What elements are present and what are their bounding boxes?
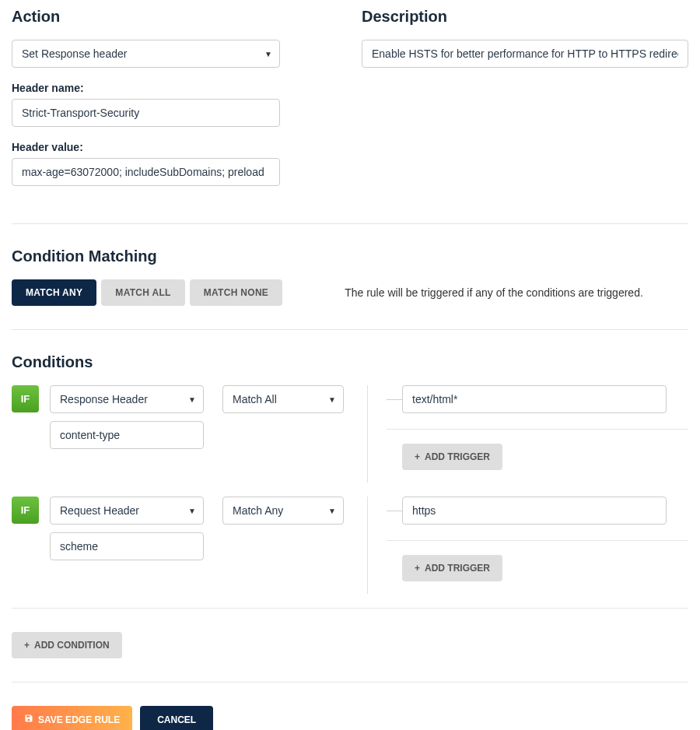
- trigger-value-input[interactable]: [402, 385, 667, 413]
- action-description-row: Action Set Response header ▼ Header name…: [12, 8, 688, 200]
- header-value-label: Header value:: [12, 141, 280, 153]
- add-trigger-button[interactable]: + ADD TRIGGER: [402, 444, 502, 470]
- save-edge-rule-button[interactable]: SAVE EDGE RULE: [12, 706, 132, 730]
- save-label: SAVE EDGE RULE: [38, 714, 120, 725]
- action-column: Action Set Response header ▼ Header name…: [12, 8, 338, 200]
- if-badge: IF: [12, 497, 39, 524]
- match-any-button[interactable]: MATCH ANY: [12, 279, 96, 306]
- match-all-button[interactable]: MATCH ALL: [101, 279, 184, 306]
- add-trigger-wrap: + ADD TRIGGER: [387, 555, 688, 581]
- description-group: [362, 40, 688, 68]
- vertical-divider: [367, 497, 368, 594]
- divider: [387, 540, 688, 541]
- match-none-button[interactable]: MATCH NONE: [190, 279, 282, 306]
- trigger-row: [387, 385, 688, 413]
- condition-selects-row: Request Header ▼ Match Any ▼: [50, 497, 345, 525]
- plus-icon: +: [24, 640, 30, 651]
- condition-matching-desc: The rule will be triggered if any of the…: [345, 286, 643, 299]
- header-name-label: Header name:: [12, 82, 280, 94]
- match-select-wrap: Match Any ▼: [222, 497, 344, 525]
- if-badge: IF: [12, 385, 39, 412]
- match-select-wrap: Match All ▼: [222, 385, 344, 413]
- trigger-connector-line: [387, 511, 402, 511]
- condition-param-input[interactable]: [50, 532, 204, 560]
- header-name-input[interactable]: [12, 99, 280, 127]
- divider: [12, 329, 688, 330]
- condition-param-input[interactable]: [50, 421, 204, 449]
- cancel-button[interactable]: CANCEL: [140, 706, 213, 730]
- match-toggle-group: MATCH ANY MATCH ALL MATCH NONE: [12, 279, 282, 306]
- condition-left: Request Header ▼ Match Any ▼: [50, 497, 345, 594]
- divider: [12, 608, 688, 609]
- action-select[interactable]: Set Response header: [12, 40, 280, 68]
- divider: [12, 223, 688, 224]
- add-trigger-button[interactable]: + ADD TRIGGER: [402, 555, 502, 581]
- condition-selects-row: Response Header ▼ Match All ▼: [50, 385, 345, 413]
- footer-buttons: SAVE EDGE RULE CANCEL: [12, 706, 688, 730]
- condition-row: IF Response Header ▼ Match All ▼: [12, 385, 688, 483]
- subject-select-wrap: Request Header ▼: [50, 497, 204, 525]
- add-condition-button[interactable]: + ADD CONDITION: [12, 632, 122, 658]
- trigger-value-input[interactable]: [402, 497, 667, 525]
- plus-icon: +: [415, 451, 420, 462]
- condition-matching-row: MATCH ANY MATCH ALL MATCH NONE The rule …: [12, 279, 688, 306]
- trigger-connector-line: [387, 399, 402, 400]
- add-trigger-label: ADD TRIGGER: [425, 451, 490, 462]
- add-trigger-label: ADD TRIGGER: [425, 563, 490, 574]
- divider: [12, 682, 688, 683]
- condition-subject-select[interactable]: Request Header: [50, 497, 204, 525]
- plus-icon: +: [415, 563, 420, 574]
- description-input[interactable]: [362, 40, 688, 68]
- condition-match-select[interactable]: Match Any: [222, 497, 344, 525]
- save-icon: [24, 714, 33, 725]
- divider: [387, 429, 688, 430]
- condition-left: Response Header ▼ Match All ▼: [50, 385, 345, 483]
- vertical-divider: [367, 385, 368, 483]
- condition-right: + ADD TRIGGER: [387, 385, 688, 483]
- conditions-title: Conditions: [12, 353, 688, 371]
- action-select-group: Set Response header ▼: [12, 40, 280, 68]
- condition-right: + ADD TRIGGER: [387, 497, 688, 594]
- description-column: Description: [362, 8, 688, 200]
- action-select-wrap: Set Response header ▼: [12, 40, 280, 68]
- subject-select-wrap: Response Header ▼: [50, 385, 204, 413]
- condition-matching-title: Condition Matching: [12, 247, 688, 265]
- condition-match-select[interactable]: Match All: [222, 385, 344, 413]
- add-trigger-wrap: + ADD TRIGGER: [387, 444, 688, 470]
- header-value-input[interactable]: [12, 158, 280, 186]
- header-name-group: Header name:: [12, 82, 280, 127]
- condition-subject-select[interactable]: Response Header: [50, 385, 204, 413]
- condition-row: IF Request Header ▼ Match Any ▼: [12, 497, 688, 594]
- header-value-group: Header value:: [12, 141, 280, 186]
- add-condition-label: ADD CONDITION: [34, 640, 110, 651]
- trigger-row: [387, 497, 688, 525]
- action-title: Action: [12, 8, 338, 26]
- description-title: Description: [362, 8, 688, 26]
